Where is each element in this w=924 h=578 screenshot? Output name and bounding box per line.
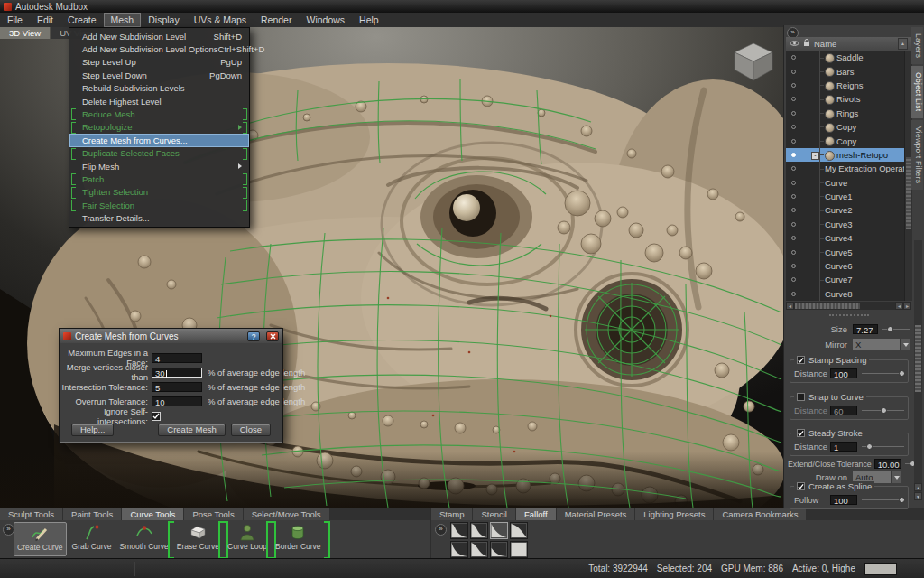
menubar-item-edit[interactable]: Edit	[30, 13, 60, 27]
visibility-dot-icon[interactable]	[791, 181, 796, 185]
properties-vscrollbar[interactable]: ▲ ▼	[914, 240, 922, 500]
object-list-item-curve6[interactable]: Curve6	[786, 259, 911, 273]
falloff-low-icon[interactable]	[490, 541, 508, 558]
stamp-distance-input[interactable]: 100	[830, 368, 857, 378]
visibility-dot-icon[interactable]	[791, 111, 796, 116]
menubar-item-display[interactable]: Display	[141, 13, 186, 27]
visibility-dot-icon[interactable]	[791, 250, 796, 255]
scroll-right-icon[interactable]: ▸	[903, 302, 911, 310]
tray-tab-sculpt-tools[interactable]: Sculpt Tools	[0, 508, 62, 520]
falloff-sharp-icon[interactable]	[450, 522, 468, 539]
object-list-item-rings[interactable]: Rings	[786, 107, 911, 120]
tool-grab-curve[interactable]: Grab Curve	[69, 522, 115, 556]
follow-input[interactable]: 100	[830, 495, 857, 505]
stamp-spacing-checkbox[interactable]	[797, 356, 805, 364]
panel-splitter[interactable]	[786, 312, 911, 317]
tool-smooth-curve[interactable]: Smooth Curve	[117, 522, 171, 556]
steady-stroke-checkbox[interactable]	[797, 429, 805, 437]
tray-tab-stencil[interactable]: Stencil	[473, 508, 515, 520]
dialog-input-merge-vertices-closer-than[interactable]: 30	[152, 368, 202, 378]
menubar-item-help[interactable]: Help	[352, 13, 386, 27]
view-tab-3d-view[interactable]: 3D View	[0, 27, 50, 39]
dropdown-arrow-icon[interactable]	[891, 471, 901, 483]
tray-tab-camera-bookmarks[interactable]: Camera Bookmarks	[714, 508, 806, 520]
hscroll-thumb[interactable]	[795, 303, 860, 309]
extend-close-input[interactable]: 10.00	[874, 459, 901, 469]
dialog-title-bar[interactable]: Create Mesh from Curves ?	[60, 330, 282, 343]
tray-tab-stamp[interactable]: Stamp	[431, 508, 472, 520]
visibility-dot-icon[interactable]	[791, 236, 796, 240]
menu-item-rebuild-subdivision-levels[interactable]: Rebuild Subdivision Levels	[69, 82, 249, 95]
visibility-dot-icon[interactable]	[791, 97, 796, 101]
scroll-down-icon[interactable]: ▼	[914, 492, 922, 500]
visibility-dot-icon[interactable]	[791, 70, 796, 74]
menu-item-patch[interactable]: Patch	[69, 172, 249, 185]
tray-tab-select-move-tools[interactable]: Select/Move Tools	[244, 508, 329, 520]
dialog-close-icon[interactable]	[266, 331, 279, 341]
visibility-dot-icon[interactable]	[791, 208, 796, 212]
menu-item-delete-highest-level[interactable]: Delete Highest Level	[69, 95, 249, 107]
menubar-item-file[interactable]: File	[0, 13, 30, 27]
menubar-item-create[interactable]: Create	[60, 13, 104, 27]
tray-tab-falloff[interactable]: Falloff	[516, 508, 556, 520]
menubar-item-mesh[interactable]: Mesh	[104, 13, 142, 27]
panel-tab-viewport-filters[interactable]: Viewport Filters	[911, 120, 923, 190]
object-list-item-bars[interactable]: Bars	[786, 64, 911, 78]
object-list-hscrollbar[interactable]: ◂ ◂ ▸	[786, 302, 911, 310]
object-list-item-curve[interactable]: Curve	[786, 176, 911, 190]
steady-distance-input[interactable]: 1	[830, 442, 857, 452]
visibility-dot-icon[interactable]	[791, 153, 796, 157]
object-list-item-curve5[interactable]: Curve5	[786, 245, 911, 258]
panel-tab-layers[interactable]: Layers	[911, 27, 923, 64]
falloff-mid-icon[interactable]	[470, 541, 488, 558]
tool-erase-curve[interactable]: Erase Curve	[174, 522, 222, 556]
snap-distance-slider[interactable]	[862, 406, 904, 415]
menu-item-transfer-details[interactable]: Transfer Details...	[69, 211, 249, 224]
menu-item-add-new-subdivision-level-options[interactable]: Add New Subdivision Level OptionsCtrl+Sh…	[69, 42, 249, 55]
dialog-input-overrun-tolerance[interactable]: 10	[152, 396, 202, 406]
visibility-dot-icon[interactable]	[791, 264, 796, 268]
list-scroll-up-icon[interactable]: ▲	[898, 38, 908, 50]
falloff-smooth-icon[interactable]	[510, 522, 528, 539]
object-list-item-copy[interactable]: Copy	[786, 134, 911, 147]
create-mesh-button[interactable]: Create Mesh	[158, 424, 225, 436]
visibility-eye-icon[interactable]	[790, 39, 799, 49]
object-list-item-curve3[interactable]: Curve3	[786, 218, 911, 231]
create-as-spline-checkbox[interactable]	[797, 482, 805, 490]
mirror-dropdown[interactable]: X	[853, 339, 910, 350]
help-button[interactable]: Help...	[71, 424, 114, 436]
lock-icon[interactable]	[803, 39, 810, 49]
object-list-item-curve2[interactable]: Curve2	[786, 203, 911, 217]
menu-item-flip-mesh[interactable]: Flip Mesh	[69, 160, 249, 172]
dialog-input-intersection-tolerance[interactable]: 5	[152, 382, 202, 392]
menubar-item-render[interactable]: Render	[254, 13, 299, 27]
dialog-help-icon[interactable]: ?	[247, 331, 260, 341]
object-list-item-my-extraction-operation[interactable]: My Extraction Operation	[786, 162, 911, 175]
ignore-self-intersections-checkbox[interactable]	[152, 412, 161, 421]
menu-item-retopologize[interactable]: Retopologize	[69, 121, 249, 134]
scroll-up-icon[interactable]: ▲	[914, 483, 922, 491]
object-list-item-curve7[interactable]: Curve7	[786, 273, 911, 286]
visibility-dot-icon[interactable]	[791, 83, 796, 88]
object-list-item-saddle[interactable]: Saddle	[786, 51, 911, 64]
falloff-concave-icon[interactable]	[470, 522, 488, 539]
tool-curve-loop[interactable]: Curve Loop	[225, 522, 270, 556]
visibility-dot-icon[interactable]	[791, 55, 796, 60]
tray-tab-material-presets[interactable]: Material Presets	[557, 508, 635, 520]
object-list-item-curve1[interactable]: Curve1	[786, 190, 911, 203]
tray-expand-button[interactable]: »	[435, 524, 447, 536]
object-list-item-copy[interactable]: Copy	[786, 120, 911, 134]
dropdown-arrow-icon[interactable]	[900, 339, 910, 350]
collapse-toggle[interactable]: -	[811, 152, 819, 160]
visibility-dot-icon[interactable]	[791, 125, 796, 129]
menu-item-create-mesh-from-curves[interactable]: Create Mesh from Curves...	[69, 134, 249, 146]
object-list-item-mesh-retopo[interactable]: -mesh-Retopo	[786, 148, 911, 162]
visibility-dot-icon[interactable]	[791, 166, 796, 171]
snap-to-curve-checkbox[interactable]	[797, 393, 805, 401]
name-column-header[interactable]: Name	[814, 39, 836, 49]
object-list-item-curve4[interactable]: Curve4	[786, 231, 911, 245]
tool-border-curve[interactable]: Border Curve	[273, 522, 324, 556]
tray-tab-paint-tools[interactable]: Paint Tools	[63, 508, 121, 520]
steady-distance-slider[interactable]	[862, 443, 904, 451]
tray-tab-pose-tools[interactable]: Pose Tools	[184, 508, 242, 520]
